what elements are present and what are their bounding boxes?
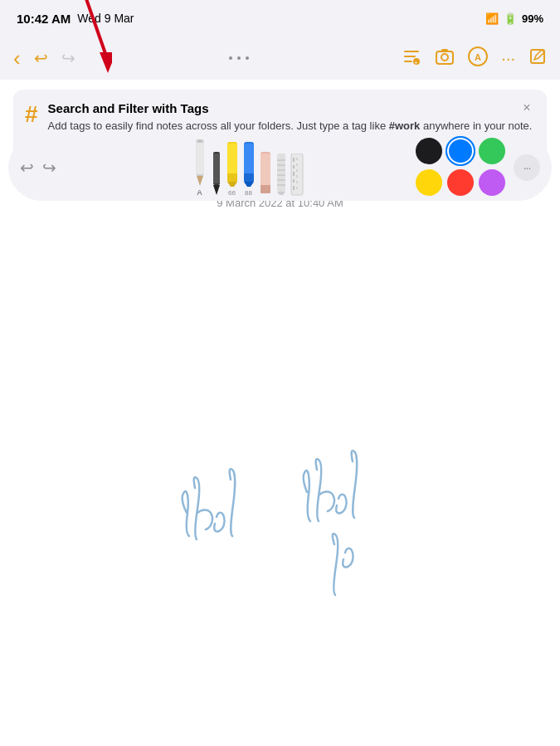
banner-desc-part2: anywhere in your note. (420, 119, 532, 132)
svg-marker-26 (244, 182, 254, 187)
svg-rect-25 (244, 173, 254, 182)
svg-text:+: + (415, 60, 418, 65)
svg-rect-13 (197, 143, 203, 174)
toolbar-tools: A 66 (86, 139, 409, 197)
svg-marker-18 (213, 185, 220, 195)
svg-point-15 (198, 139, 202, 143)
nav-dot-1 (229, 56, 232, 60)
more-options-icon[interactable]: ··· (501, 49, 515, 68)
battery-percent: 99% (522, 12, 543, 25)
svg-rect-17 (213, 154, 220, 183)
blue-marker-label: 88 (245, 189, 252, 197)
pencil-a-icon[interactable]: A (468, 46, 488, 70)
svg-rect-29 (261, 185, 270, 193)
svg-marker-37 (277, 192, 285, 195)
color-yellow[interactable] (416, 169, 442, 196)
status-right: 📶 🔋 99% (485, 12, 543, 25)
drawing-toolbar: ↩ ↪ A (8, 134, 552, 201)
banner-desc-bold: #work (389, 119, 421, 132)
toolbar-redo-button[interactable]: ↪ (42, 158, 56, 178)
pencil-label: A (197, 188, 202, 197)
ruler-tool[interactable] (290, 139, 304, 197)
hashtag-icon: # (25, 103, 38, 126)
close-banner-button[interactable]: × (519, 100, 535, 116)
nav-dot-3 (246, 56, 249, 60)
handwriting-area (0, 405, 560, 654)
banner-desc-part1: Add tags to easily find notes across all… (48, 119, 389, 132)
color-blue[interactable] (447, 138, 474, 164)
yellow-marker-tool[interactable]: 66 (226, 139, 239, 197)
back-button[interactable]: ‹ (13, 46, 21, 71)
camera-icon[interactable] (435, 46, 455, 70)
red-arrow (46, 0, 112, 80)
svg-rect-28 (261, 154, 270, 185)
toolbar-undo-redo: ↩ ↪ (20, 158, 86, 178)
svg-rect-20 (227, 144, 237, 173)
nav-center (229, 56, 249, 60)
pen-tool[interactable] (211, 139, 222, 197)
wifi-icon: 📶 (485, 12, 499, 25)
more-icon: ··· (523, 161, 531, 174)
toolbar-more-button[interactable]: ··· (514, 154, 540, 181)
color-purple[interactable] (479, 169, 505, 196)
compose-icon[interactable] (528, 47, 547, 69)
toolbar-undo-button[interactable]: ↩ (20, 158, 34, 178)
svg-text:A: A (475, 52, 481, 62)
filter-icon[interactable]: + (402, 46, 421, 71)
battery-icon: 🔋 (504, 12, 517, 25)
svg-rect-30 (277, 154, 285, 192)
main-content: # Search and Filter with Tags Add tags t… (0, 90, 560, 209)
svg-point-6 (441, 54, 448, 61)
svg-marker-14 (197, 176, 203, 186)
pencil-tool[interactable]: A (192, 139, 207, 197)
color-green[interactable] (479, 138, 505, 164)
svg-line-10 (79, 0, 108, 61)
svg-rect-24 (244, 144, 254, 173)
svg-marker-11 (100, 52, 112, 73)
airbrush-tool[interactable] (275, 139, 287, 197)
banner-title: Search and Filter with Tags (48, 101, 533, 115)
eraser-tool[interactable] (259, 139, 272, 197)
svg-marker-22 (227, 182, 237, 187)
color-red[interactable] (447, 169, 474, 196)
svg-rect-9 (531, 50, 544, 63)
nav-right: + A ··· (402, 46, 547, 71)
nav-dot-2 (237, 56, 241, 60)
yellow-marker-label: 66 (228, 189, 236, 197)
color-black[interactable] (416, 138, 442, 164)
svg-rect-21 (227, 173, 237, 182)
blue-marker-tool[interactable]: 88 (242, 139, 256, 197)
banner-description: Add tags to easily find notes across all… (48, 119, 533, 134)
color-palette (416, 138, 507, 197)
